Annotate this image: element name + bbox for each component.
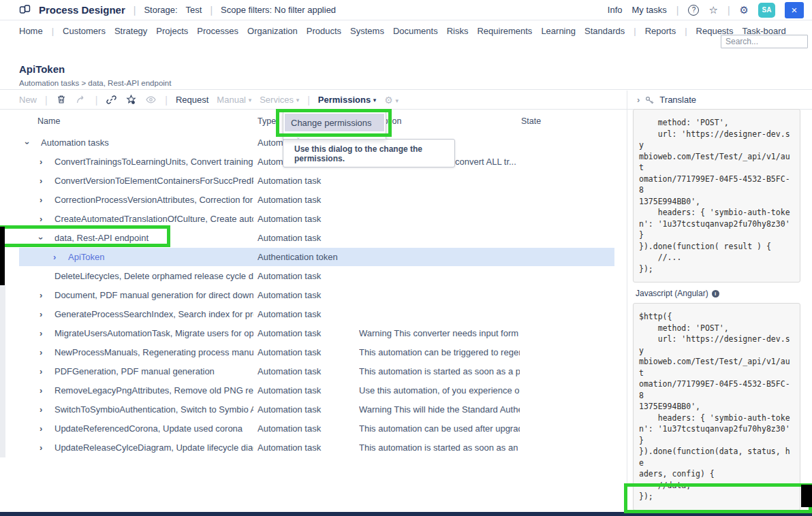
link-icon[interactable] (106, 94, 117, 106)
window-bottom-edge (0, 512, 812, 516)
breadcrumb-current[interactable]: data, Rest-API endpoint (88, 79, 171, 87)
chevron-right-icon[interactable]: › (40, 328, 42, 338)
permissions-dropdown[interactable]: Permissions ▾ (318, 95, 376, 105)
request-button[interactable]: Request (176, 95, 208, 105)
translate-panel: › Translate method: 'POST', url: 'https:… (627, 91, 812, 512)
table-row[interactable]: ›Document, PDF manual generation for dir… (0, 286, 627, 305)
app-logo-icon (19, 4, 31, 16)
chevron-right-icon[interactable]: › (40, 176, 42, 186)
row-type: Automation task (257, 214, 357, 224)
close-button[interactable]: × (785, 2, 804, 18)
nav-item-standards[interactable]: Standards (584, 26, 625, 36)
nav-item-systems[interactable]: Systems (350, 26, 384, 36)
breadcrumb-separator: > (81, 79, 86, 87)
chevron-right-icon[interactable]: › (40, 214, 42, 224)
nav-item-organization[interactable]: Organization (247, 26, 298, 36)
my-tasks-link[interactable]: My tasks (632, 5, 667, 15)
nav-item-processes[interactable]: Processes (197, 26, 238, 36)
row-name: Automation tasks (41, 138, 253, 148)
table-row[interactable]: ›MigrateUsersAutomationTask, Migrate use… (0, 324, 627, 343)
row-type: Authentication token (257, 252, 357, 262)
favorite-badge-icon[interactable] (125, 94, 137, 106)
table-row[interactable]: ›ConvertVersionToElementContainersForSuc… (0, 172, 627, 191)
chevron-right-icon[interactable]: › (40, 309, 42, 319)
chevron-down-icon[interactable]: › (36, 237, 46, 240)
row-description: Warning This converter needs input form … (359, 328, 520, 338)
col-header-state[interactable]: State (521, 116, 541, 126)
chevron-right-icon[interactable]: › (53, 252, 56, 262)
chevron-right-icon[interactable]: › (40, 423, 42, 434)
table-row[interactable]: ›GenerateProcessSearchIndex, Search inde… (0, 305, 627, 324)
chevron-right-icon[interactable]: › (40, 347, 42, 357)
delete-trash-icon[interactable] (56, 94, 67, 106)
nav-item-home[interactable]: Home (19, 26, 43, 36)
table-row[interactable]: ›CreateAutomatedTranslationOfCulture, Cr… (0, 210, 627, 229)
col-header-type[interactable]: Type (257, 116, 276, 126)
info-icon[interactable]: i (712, 290, 719, 297)
help-icon[interactable]: ? (688, 5, 699, 16)
table-row[interactable]: ›UpdateReleaseCylceDiagram, Update lifec… (0, 438, 627, 457)
nav-item-reports[interactable]: Reports (645, 26, 676, 36)
nav-item-customers[interactable]: Customers (63, 26, 106, 36)
divider: | (634, 26, 636, 36)
divider: | (685, 26, 687, 36)
scrollbar-track[interactable] (0, 285, 5, 457)
chevron-right-icon[interactable]: › (40, 442, 42, 453)
table-row[interactable]: DeleteLifecycles, Delete orphamed releas… (0, 267, 627, 286)
manual-dropdown[interactable]: Manual ▾ (217, 95, 251, 105)
table-row[interactable]: ›data, Rest-API endpointAutomation task (0, 229, 627, 248)
info-link[interactable]: Info (608, 5, 623, 15)
nav-item-projects[interactable]: Projects (156, 26, 188, 36)
code-snippet-jquery: method: 'POST', url: 'https://designer-d… (633, 109, 800, 283)
chevron-right-icon[interactable]: › (40, 385, 42, 396)
row-name: UpdateReferencedCorona, Update used coro… (54, 423, 253, 434)
settings-gear-icon[interactable]: ⚙ (740, 4, 749, 16)
table-row[interactable]: ›PDFGeneration, PDF manual generationAut… (0, 362, 627, 381)
breadcrumb-parent[interactable]: Automation tasks (19, 79, 79, 87)
chevron-right-icon[interactable]: › (40, 404, 42, 415)
toolbar-gear-dropdown[interactable]: ⚙ ▾ (384, 95, 399, 106)
nav-item-risks[interactable]: Risks (447, 26, 469, 36)
nav-item-learning[interactable]: Learning (541, 26, 576, 36)
nav-item-strategy[interactable]: Strategy (114, 26, 147, 36)
row-name: GenerateProcessSearchIndex, Search index… (54, 309, 253, 319)
nav-item-requirements[interactable]: Requirements (477, 26, 532, 36)
new-button[interactable]: New (19, 95, 37, 105)
nav-item-products[interactable]: Products (307, 26, 341, 36)
services-dropdown[interactable]: Services ▾ (260, 95, 299, 105)
avatar[interactable]: SA (758, 3, 775, 18)
chevron-right-icon[interactable]: › (40, 157, 42, 167)
chevron-down-icon: ▾ (296, 97, 300, 103)
table-row[interactable]: ›RemoveLegacyPngAttributes, Remove old P… (0, 381, 627, 400)
scope-filters[interactable]: Scope filters: No filter applied (221, 5, 336, 15)
code-snippet-angular: $http({ method: 'POST', url: 'https://de… (633, 303, 800, 511)
chevron-right-icon[interactable]: › (40, 290, 42, 300)
row-type: Automation task (257, 290, 357, 300)
table-row[interactable]: ›ApiTokenAuthentication token (0, 248, 627, 267)
table-row[interactable]: ›NewProcessManuals, Regenerating process… (0, 343, 627, 362)
menu-item-change-permissions[interactable]: Change permissions (285, 114, 384, 131)
eye-icon[interactable] (145, 94, 157, 106)
forward-arrow-icon[interactable] (76, 94, 87, 106)
col-header-name[interactable]: Name (37, 116, 60, 126)
table-body: ›Automation tasksAutomation tasks›Conver… (0, 133, 627, 457)
row-type: Automation task (257, 347, 357, 357)
divider: | (52, 26, 54, 36)
favorite-star-icon[interactable]: ☆ (708, 4, 717, 16)
divider (0, 89, 812, 90)
row-type: Automation task (257, 366, 357, 376)
search-input[interactable] (721, 35, 808, 48)
panel-title: Translate (659, 95, 696, 105)
panel-collapse-chevron-icon[interactable]: › (637, 95, 640, 105)
chevron-right-icon[interactable]: › (40, 195, 42, 205)
divider: | (134, 5, 136, 16)
table-row[interactable]: ›SwitchToSymbioAuthentication, Switch to… (0, 400, 627, 419)
table-row[interactable]: ›CorrectionProcessVersionAttributes, Cor… (0, 191, 627, 210)
chevron-right-icon[interactable]: › (40, 366, 42, 376)
chevron-down-icon[interactable]: › (22, 142, 33, 144)
storage-value[interactable]: Test (186, 5, 202, 15)
table-row[interactable]: ›UpdateReferencedCorona, Update used cor… (0, 419, 627, 438)
storage-label: Storage: (144, 5, 177, 15)
nav-item-documents[interactable]: Documents (393, 26, 438, 36)
tasks-table: Name Type Description State ›Automation … (0, 109, 627, 512)
